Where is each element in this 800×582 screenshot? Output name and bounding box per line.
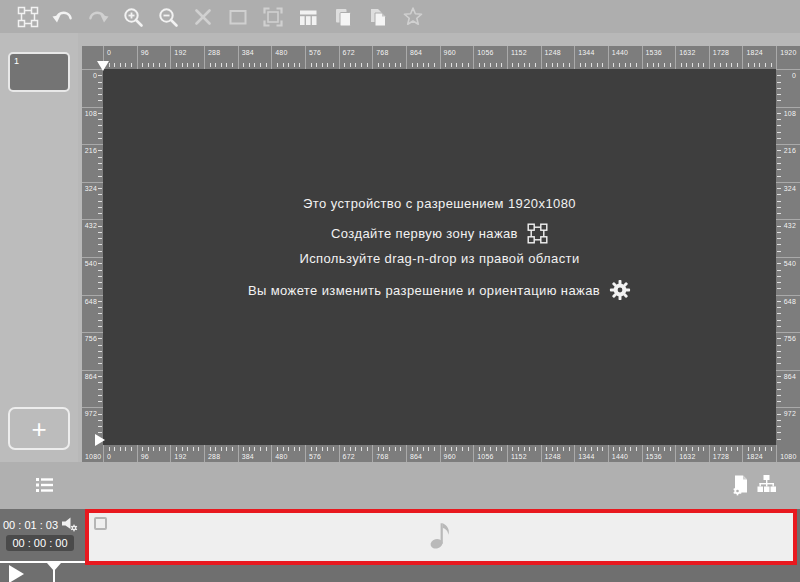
ruler-cell: 1152: [507, 445, 541, 462]
ruler-cell: 96: [137, 46, 171, 69]
timeline-time-panel: 00 : 01 : 03 00 : 00 : 00: [0, 509, 85, 582]
audio-track[interactable]: [85, 509, 797, 565]
ruler-cell: 216: [776, 144, 800, 182]
ruler-vertical-left: 0108216324432540648756864972: [82, 69, 103, 445]
ruler-cell: 0: [776, 69, 800, 107]
ruler-cell: 1152: [507, 46, 541, 69]
ruler-cell: 384: [238, 445, 272, 462]
total-time-label: 00 : 01 : 03: [3, 519, 58, 531]
total-time-row: 00 : 01 : 03: [0, 509, 85, 532]
ruler-cell: 1824: [742, 445, 776, 462]
ruler-pointer-down: [97, 61, 109, 71]
canvas-hints: Это устройство с разрешением 1920x1080 С…: [103, 69, 776, 445]
copy-button[interactable]: [332, 6, 354, 28]
editor-mid: 0108216324432540648756864972 Это устройс…: [82, 69, 800, 445]
ruler-cell: 192: [170, 46, 204, 69]
audio-settings-icon[interactable]: [61, 517, 78, 532]
split-columns-button[interactable]: [297, 6, 319, 28]
ruler-cell: 480: [271, 445, 305, 462]
track-checkbox[interactable]: [94, 517, 107, 530]
delete-button[interactable]: [192, 6, 214, 28]
hint-drag-n-drop: Используйте drag-n-drop из правой област…: [299, 251, 579, 266]
file-settings-button[interactable]: [732, 474, 750, 499]
current-time-badge: 00 : 00 : 00: [6, 535, 74, 551]
ruler-cell: 960: [440, 46, 474, 69]
rectangle-button[interactable]: [227, 6, 249, 28]
ruler-cell: 960: [440, 445, 474, 462]
copy-icon: [332, 6, 354, 28]
create-zone-button[interactable]: [17, 6, 39, 28]
ruler-cell: 288: [204, 46, 238, 69]
ruler-cell: 480: [271, 46, 305, 69]
ruler-cell: 192: [170, 445, 204, 462]
zoom-out-button[interactable]: [157, 6, 179, 28]
ruler-cell: 1728: [709, 445, 743, 462]
ruler-cell: 1632: [675, 445, 709, 462]
undo-icon: [52, 6, 74, 28]
ruler-cell: 1632: [675, 46, 709, 69]
ruler-cell: 108: [82, 107, 103, 145]
ruler-cell: 672: [339, 445, 373, 462]
layout-tree-button[interactable]: [756, 474, 777, 497]
ruler-cell: 324: [776, 182, 800, 220]
ruler-vertical-right: 0108216324432540648756864972: [776, 69, 800, 445]
ruler-cell: 756: [776, 332, 800, 370]
paste-icon: [367, 6, 389, 28]
zoom-out-icon: [157, 6, 179, 28]
ruler-cell: 756: [82, 332, 103, 370]
zoom-in-button[interactable]: [122, 6, 144, 28]
plus-icon: +: [31, 416, 46, 442]
ruler-cell: 1056: [473, 46, 507, 69]
ruler-cell: 864: [406, 445, 440, 462]
ruler-cell: 1440: [608, 46, 642, 69]
redo-button[interactable]: [87, 6, 109, 28]
ruler-cell: 648: [82, 295, 103, 333]
page-thumbnail[interactable]: 1: [8, 52, 70, 92]
ruler-cell: 1536: [642, 445, 676, 462]
ruler-cell: 0: [103, 445, 137, 462]
ruler-cell: 1920: [776, 46, 800, 69]
ruler-cell: 432: [82, 219, 103, 257]
hint-create-zone-row: Создайте первую зону нажав: [331, 223, 548, 244]
ruler-cell: 96: [137, 445, 171, 462]
ruler-corner: [82, 46, 103, 69]
create-zone-icon: [527, 223, 548, 244]
ruler-cell: 768: [372, 46, 406, 69]
ruler-cell: 1440: [608, 445, 642, 462]
split-columns-icon: [297, 6, 319, 28]
star-icon: [402, 6, 424, 28]
ruler-cell: 324: [82, 182, 103, 220]
ruler-pointer-right: [95, 434, 105, 446]
editor-area: 0961922883844805766727688649601056115212…: [78, 33, 800, 462]
ruler-cell: 540: [82, 257, 103, 295]
ruler-cell: 1344: [574, 445, 608, 462]
ruler-cell: 108: [776, 107, 800, 145]
ruler-cell: 1536: [642, 46, 676, 69]
screen-layout-editor: 1 + 096192288384480576672768864960105611…: [0, 0, 800, 582]
ruler-cell: 540: [776, 257, 800, 295]
ruler-cell: 864: [406, 46, 440, 69]
playlist-button[interactable]: [36, 477, 53, 496]
timeline-ruler-line: [0, 561, 86, 563]
ruler-horizontal-top: 0961922883844805766727688649601056115212…: [82, 46, 800, 69]
ruler-cell: 432: [776, 219, 800, 257]
assets-bar: [0, 462, 800, 509]
rectangle-icon: [227, 6, 249, 28]
ruler-cell: 1080: [776, 445, 800, 462]
hint-settings-row: Вы можете изменить разрешение и ориентац…: [248, 279, 631, 301]
device-canvas[interactable]: Это устройство с разрешением 1920x1080 С…: [103, 69, 776, 445]
fit-selection-button[interactable]: [262, 6, 284, 28]
undo-button[interactable]: [52, 6, 74, 28]
file-gear-icon: [732, 474, 750, 496]
paste-button[interactable]: [367, 6, 389, 28]
ruler-cell: 864: [82, 370, 103, 408]
fit-selection-icon: [262, 6, 284, 28]
ruler-cell: 288: [204, 445, 238, 462]
pages-sidebar: 1 +: [0, 33, 78, 462]
ruler-cell: 576: [305, 46, 339, 69]
hint-change-resolution: Вы можете изменить разрешение и ориентац…: [248, 283, 600, 298]
add-page-button[interactable]: +: [8, 407, 70, 450]
gear-icon: [609, 279, 631, 301]
favorites-button[interactable]: [402, 6, 424, 28]
play-button[interactable]: [9, 565, 24, 582]
